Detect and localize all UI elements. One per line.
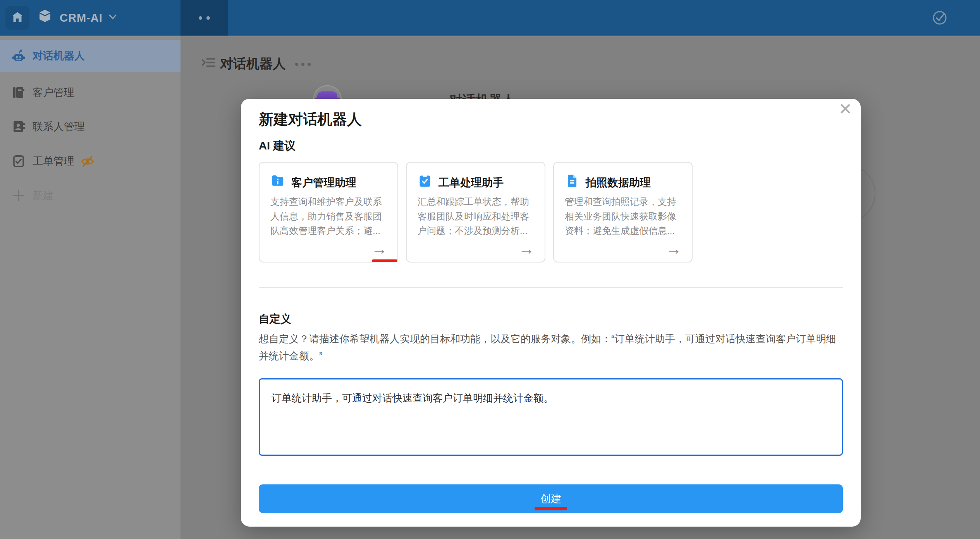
modal-title: 新建对话机器人 [259, 110, 362, 129]
custom-section-label: 自定义 [259, 312, 291, 326]
card-title: 拍照数据助理 [586, 175, 651, 190]
card-description: 支持查询和维护客户及联系人信息，助力销售及客服团队高效管理客户关系；避... [270, 194, 389, 238]
arrow-right-icon[interactable]: → [665, 241, 682, 257]
suggestion-cards: 客户管理助理 支持查询和维护客户及联系人信息，助力销售及客服团队高效管理客户关系… [259, 162, 693, 263]
card-title: 工单处理助手 [438, 175, 504, 190]
custom-hint-text: 想自定义？请描述你希望机器人实现的目标和功能，以及它的服务对象。例如：“订单统计… [259, 330, 844, 364]
suggestion-card-photo-assistant[interactable]: 拍照数据助理 管理和查询拍照记录，支持相关业务团队快速获取影像资料；避免生成虚假… [553, 162, 693, 263]
card-description: 管理和查询拍照记录，支持相关业务团队快速获取影像资料；避免生成虚假信息... [565, 194, 683, 238]
suggestion-card-customer-assistant[interactable]: 客户管理助理 支持查询和维护客户及联系人信息，助力销售及客服团队高效管理客户关系… [259, 162, 398, 263]
red-annotation-mark [535, 507, 567, 510]
close-icon[interactable]: ✕ [839, 101, 852, 117]
app-screen: CRM-AI 对话机器人 [0, 0, 980, 539]
document-icon [565, 173, 579, 188]
arrow-right-icon[interactable]: → [371, 241, 387, 257]
bot-description-input[interactable]: 订单统计助手，可通过对话快速查询客户订单明细并统计金额。 [259, 378, 843, 456]
create-button[interactable]: 创建 [259, 484, 843, 513]
section-divider [259, 287, 843, 288]
card-description: 汇总和跟踪工单状态，帮助客服团队及时响应和处理客户问题；不涉及预测分析... [418, 194, 536, 238]
create-chatbot-modal: ✕ 新建对话机器人 AI 建议 客户管理助理 支持查询和维护客户及联系人信息，助… [241, 99, 861, 527]
ai-suggestions-label: AI 建议 [259, 138, 296, 154]
create-button-label: 创建 [540, 493, 561, 505]
suggestion-card-ticket-assistant[interactable]: 工单处理助手 汇总和跟踪工单状态，帮助客服团队及时响应和处理客户问题；不涉及预测… [406, 162, 545, 263]
clipboard-check-icon [418, 173, 432, 188]
arrow-right-icon[interactable]: → [518, 241, 535, 257]
card-title: 客户管理助理 [291, 175, 356, 190]
red-annotation-mark [372, 259, 397, 262]
modal-overlay[interactable]: ✕ 新建对话机器人 AI 建议 客户管理助理 支持查询和维护客户及联系人信息，助… [0, 0, 980, 539]
folder-info-icon [270, 173, 285, 188]
